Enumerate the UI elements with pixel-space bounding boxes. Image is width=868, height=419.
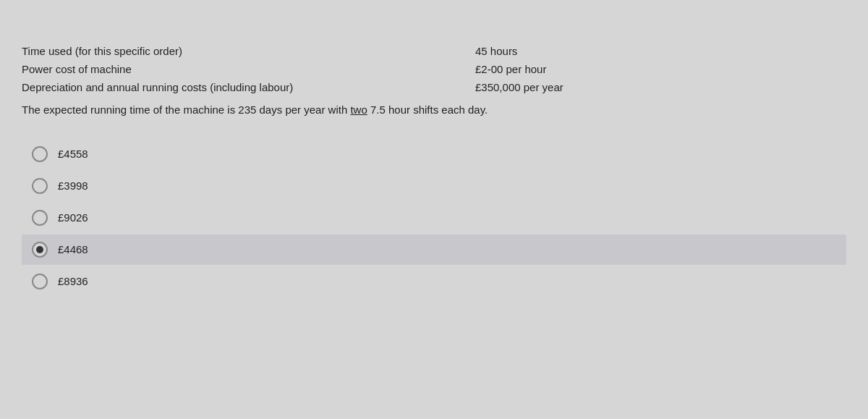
- option-item-E[interactable]: £8936: [22, 266, 846, 297]
- info-value-1: £2-00 per hour: [475, 60, 846, 78]
- radio-outer-B: [32, 178, 48, 194]
- option-label-E: £8936: [58, 275, 88, 287]
- option-item-A[interactable]: £4558: [22, 139, 846, 169]
- info-table: Time used (for this specific order)45 ho…: [22, 42, 846, 96]
- info-label-2: Depreciation and annual running costs (i…: [22, 78, 475, 96]
- running-time-underline: two: [350, 103, 367, 116]
- info-value-2: £350,000 per year: [475, 78, 846, 96]
- running-time-note: The expected running time of the machine…: [22, 102, 846, 119]
- option-label-D: £4468: [58, 243, 88, 255]
- radio-inner-D: [36, 246, 43, 253]
- options-list: £4558£3998£9026£4468£8936: [22, 139, 846, 297]
- option-label-B: £3998: [58, 179, 88, 192]
- info-label-0: Time used (for this specific order): [22, 42, 475, 60]
- info-row-1: Power cost of machine£2-00 per hour: [22, 60, 846, 78]
- info-value-0: 45 hours: [475, 42, 846, 60]
- running-time-text-after: 7.5 hour shifts each day.: [367, 103, 488, 116]
- question-container: Time used (for this specific order)45 ho…: [22, 32, 846, 297]
- radio-outer-A: [32, 146, 48, 162]
- radio-outer-E: [32, 274, 48, 289]
- info-row-0: Time used (for this specific order)45 ho…: [22, 42, 846, 60]
- option-item-D[interactable]: £4468: [22, 234, 846, 265]
- radio-outer-D: [32, 242, 48, 258]
- info-label-1: Power cost of machine: [22, 60, 475, 78]
- info-row-2: Depreciation and annual running costs (i…: [22, 78, 846, 96]
- radio-outer-C: [32, 210, 48, 226]
- option-item-C[interactable]: £9026: [22, 203, 846, 233]
- option-item-B[interactable]: £3998: [22, 171, 846, 201]
- option-label-A: £4558: [58, 148, 88, 160]
- running-time-text-before: The expected running time of the machine…: [22, 103, 350, 116]
- option-label-C: £9026: [58, 211, 88, 224]
